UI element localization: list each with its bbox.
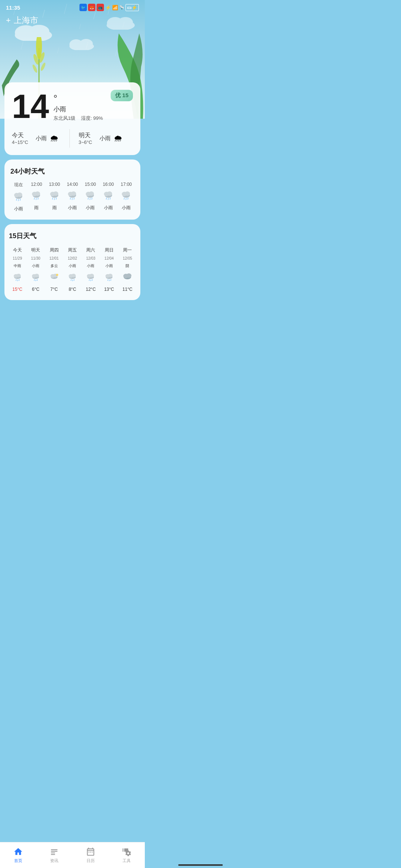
forecast-card: 15日天气 今天明天周四周五周六周日周一11/2911/3012/0112/02…: [4, 224, 140, 300]
svg-line-61: [17, 280, 18, 281]
signal-icon: 📡: [119, 5, 124, 10]
hourly-item: 17:00 小雨: [118, 182, 134, 211]
svg-point-14: [40, 62, 46, 71]
add-city-button[interactable]: +: [6, 16, 11, 25]
aqi-badge: 优 15: [111, 90, 133, 101]
degree-mark: °: [53, 93, 106, 104]
status-time: 11:35: [6, 4, 20, 11]
tomorrow-weather-icon: 🌧: [114, 133, 123, 144]
svg-line-76: [71, 279, 71, 281]
hour-desc: 小雨: [14, 206, 23, 212]
svg-line-42: [88, 198, 88, 200]
forecast-icon-0: [9, 271, 26, 285]
svg-line-84: [92, 279, 92, 281]
hour-desc: 小雨: [86, 205, 95, 211]
forecast-icon-1: [27, 271, 44, 285]
svg-point-75: [71, 274, 76, 277]
forecast-date-6: 12/05: [119, 256, 136, 261]
vertical-divider: [69, 129, 70, 148]
svg-point-29: [53, 191, 58, 196]
hour-icon: [13, 190, 24, 204]
svg-line-49: [108, 198, 108, 200]
forecast-icon-4: [82, 271, 99, 285]
svg-line-78: [74, 279, 74, 281]
svg-line-37: [72, 198, 72, 200]
tomorrow-info: 明天 3~6°C: [79, 132, 92, 145]
svg-line-56: [128, 198, 128, 200]
forecast-label-0: 今天: [9, 246, 26, 254]
hour-icon: [49, 189, 60, 203]
svg-line-26: [38, 198, 38, 200]
weather-description: 小雨: [53, 105, 106, 114]
hourly-item: 现在 小雨: [10, 182, 27, 212]
hourly-item: 12:00 雨: [28, 182, 45, 211]
forecast-desc-4: 小雨: [82, 263, 99, 269]
svg-point-17: [17, 193, 22, 197]
forecast-grid: 今天明天周四周五周六周日周一11/2911/3012/0112/0212/031…: [9, 246, 136, 293]
battery-icon: ▭⚡: [125, 4, 139, 11]
svg-line-32: [56, 198, 56, 200]
svg-line-54: [124, 198, 124, 200]
hour-icon: [103, 189, 114, 203]
svg-point-59: [16, 274, 21, 277]
forecast-temp-6: 11°C: [119, 286, 136, 293]
svg-line-18: [16, 199, 17, 201]
svg-line-48: [106, 198, 107, 200]
svg-line-25: [36, 198, 36, 200]
hour-time: 12:00: [31, 182, 42, 187]
svg-point-53: [125, 191, 130, 196]
svg-line-88: [108, 279, 108, 281]
hourly-title: 24小时天气: [10, 167, 134, 176]
forecast-date-1: 11/30: [27, 256, 44, 261]
svg-point-93: [126, 273, 131, 278]
svg-line-20: [20, 199, 20, 201]
hour-desc: 小雨: [122, 205, 131, 211]
forecast-desc-0: 中雨: [9, 263, 26, 269]
today-weather: 小雨: [36, 135, 47, 142]
temp-details: ° 小雨 东北风1级 湿度: 99%: [53, 90, 106, 122]
forecast-temp-2: 7°C: [46, 286, 62, 293]
svg-line-44: [92, 198, 92, 200]
hour-time: 13:00: [49, 182, 60, 187]
aqi-value: 15: [122, 92, 128, 98]
svg-line-77: [72, 280, 73, 281]
current-temperature: 14: [12, 90, 49, 123]
svg-point-23: [35, 191, 40, 196]
svg-point-47: [107, 191, 112, 196]
forecast-temp-3: 8°C: [64, 286, 81, 293]
svg-line-82: [89, 279, 89, 281]
today-temp: 4~15°C: [12, 139, 28, 145]
forecast-temp-1: 6°C: [27, 286, 44, 293]
hour-time: 16:00: [103, 182, 114, 187]
svg-line-31: [54, 198, 55, 200]
bluetooth-icon: ⚡: [105, 5, 111, 10]
humidity-info: 湿度: 99%: [81, 115, 103, 121]
svg-point-72: [56, 274, 58, 276]
forecast-desc-2: 多云: [46, 263, 62, 269]
app-icon-2: 🦊: [88, 4, 95, 11]
forecast-icon-5: [101, 271, 117, 285]
today-info: 今天 4~15°C: [12, 132, 28, 145]
hour-desc: 小雨: [104, 205, 113, 211]
hour-icon: [85, 189, 96, 203]
hourly-item: 16:00 小雨: [100, 182, 117, 211]
forecast-date-4: 12/03: [82, 256, 99, 261]
forecast-date-2: 12/01: [46, 256, 62, 261]
hour-time: 现在: [14, 182, 23, 188]
forecast-date-5: 12/04: [101, 256, 117, 261]
svg-line-67: [36, 280, 36, 281]
hour-time: 17:00: [121, 182, 132, 187]
city-header: + 上海市: [0, 13, 145, 30]
svg-line-50: [110, 198, 110, 200]
svg-line-55: [126, 198, 126, 200]
forecast-label-2: 周四: [46, 246, 62, 254]
wind-humidity: 东北风1级 湿度: 99%: [53, 115, 106, 122]
svg-point-87: [108, 274, 113, 277]
tomorrow-temp: 3~6°C: [79, 139, 92, 145]
hourly-item: 13:00 雨: [46, 182, 63, 211]
svg-point-65: [35, 274, 39, 277]
wind-info: 东北风1级: [53, 115, 75, 121]
tomorrow-section: 明天 3~6°C 小雨 🌧: [73, 132, 133, 145]
forecast-icon-2: [46, 271, 62, 285]
forecast-desc-1: 小雨: [27, 263, 44, 269]
